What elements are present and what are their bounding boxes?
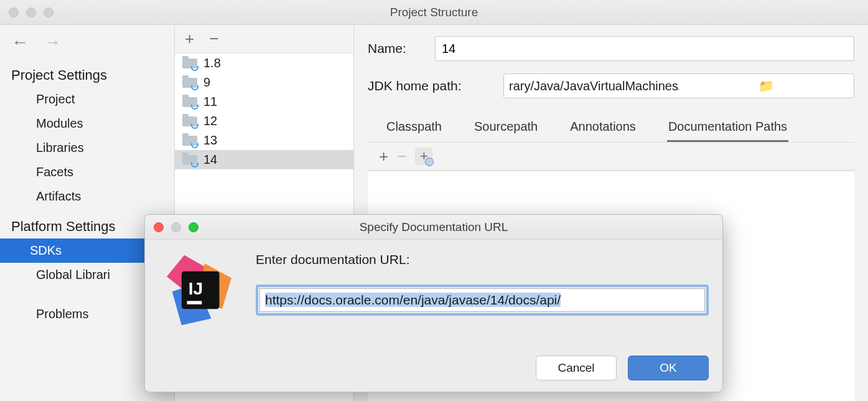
sdk-toolbar: + − xyxy=(175,25,353,54)
path-label: JDK home path: xyxy=(368,78,492,93)
add-doc-path-icon[interactable]: + xyxy=(379,153,388,161)
tab-documentation-paths[interactable]: Documentation Paths xyxy=(667,116,788,142)
sdk-item[interactable]: 11 xyxy=(175,92,353,111)
browse-folder-icon[interactable]: 📁 xyxy=(679,76,854,96)
sdk-item-label: 9 xyxy=(203,75,210,90)
sdk-item-label: 13 xyxy=(203,133,217,148)
window-title: Project Structure xyxy=(0,6,868,19)
sidebar-item-artifacts[interactable]: Artifacts xyxy=(0,184,174,209)
sidebar-item-facets[interactable]: Facets xyxy=(0,160,174,184)
add-doc-url-icon[interactable]: + xyxy=(415,148,432,165)
svg-text:IJ: IJ xyxy=(189,279,203,298)
sdk-item[interactable]: 13 xyxy=(175,131,353,150)
doc-paths-toolbar: + − + xyxy=(368,142,854,171)
svg-rect-5 xyxy=(187,301,202,304)
jdk-folder-icon xyxy=(182,134,197,147)
jdk-folder-icon xyxy=(182,57,197,70)
remove-sdk-icon[interactable]: − xyxy=(209,35,218,43)
sdk-item-label: 12 xyxy=(203,114,217,128)
sdk-item-label: 1.8 xyxy=(203,56,221,70)
project-settings-header: Project Settings xyxy=(0,57,174,87)
sidebar-item-modules[interactable]: Modules xyxy=(0,111,174,136)
jdk-folder-icon xyxy=(182,96,197,108)
tab-annotations[interactable]: Annotations xyxy=(569,116,637,142)
remove-doc-path-icon[interactable]: − xyxy=(397,153,406,161)
sdk-item[interactable]: 12 xyxy=(175,111,353,131)
sdk-item-label: 14 xyxy=(203,153,217,167)
dialog-titlebar: Specify Documentation URL xyxy=(145,215,722,240)
name-label: Name: xyxy=(368,41,424,56)
tab-sourcepath[interactable]: Sourcepath xyxy=(473,116,539,142)
jdk-folder-icon xyxy=(182,115,197,128)
dialog-title: Specify Documentation URL xyxy=(145,220,722,234)
jdk-folder-icon xyxy=(182,77,197,89)
add-sdk-icon[interactable]: + xyxy=(185,35,194,43)
main-titlebar: Project Structure xyxy=(0,0,868,25)
back-icon[interactable]: ← xyxy=(11,34,29,51)
tab-classpath[interactable]: Classpath xyxy=(385,116,443,142)
intellij-logo-icon: IJ xyxy=(159,250,240,331)
jdk-folder-icon xyxy=(182,154,197,166)
sdk-item-label: 11 xyxy=(203,95,217,109)
ok-button[interactable]: OK xyxy=(628,356,709,380)
sdk-name-input[interactable] xyxy=(435,36,854,61)
specify-url-dialog: Specify Documentation URL IJ Enter docum… xyxy=(144,214,723,392)
sdk-item[interactable]: 9 xyxy=(175,73,353,92)
jdk-home-path-field[interactable]: rary/Java/JavaVirtualMachines/jdk-14.j 📁 xyxy=(503,73,854,98)
sidebar-item-project[interactable]: Project xyxy=(0,87,174,111)
forward-icon[interactable]: → xyxy=(44,34,61,51)
documentation-url-input[interactable]: https://docs.oracle.com/en/java/javase/1… xyxy=(256,285,709,316)
jdk-home-path-text: rary/Java/JavaVirtualMachines/jdk-14.j xyxy=(504,77,679,96)
documentation-url-text: https://docs.oracle.com/en/java/javase/1… xyxy=(265,293,561,307)
sidebar-item-libraries[interactable]: Libraries xyxy=(0,136,174,160)
sdk-item[interactable]: 14 xyxy=(175,150,353,169)
sdk-tabs: Classpath Sourcepath Annotations Documen… xyxy=(368,111,854,142)
nav-history: ← → xyxy=(0,25,174,57)
cancel-button[interactable]: Cancel xyxy=(536,356,617,380)
sdk-item[interactable]: 1.8 xyxy=(175,54,353,73)
url-prompt-label: Enter documentation URL: xyxy=(256,252,709,267)
